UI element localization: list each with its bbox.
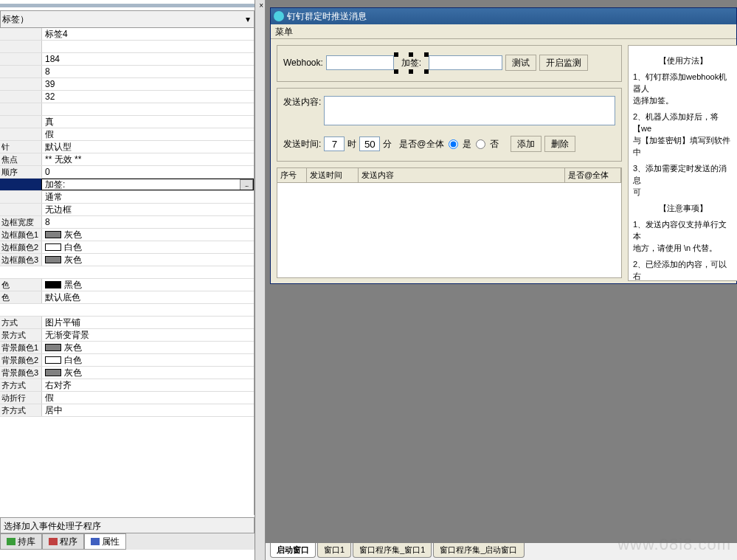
property-row[interactable]: 顺序0 <box>0 166 254 179</box>
property-row[interactable]: 通常 <box>0 191 254 204</box>
tab-startup-window[interactable]: 启动窗口 <box>270 543 316 558</box>
property-row[interactable]: 背景颜色1灰色 <box>0 342 254 354</box>
property-value[interactable] <box>41 103 254 115</box>
property-value[interactable]: 灰色 <box>41 254 254 266</box>
property-row[interactable]: 针默认型 <box>0 141 254 153</box>
ellipsis-button[interactable]: ... <box>240 179 253 190</box>
property-value[interactable]: 标签4 <box>41 28 254 40</box>
property-row[interactable] <box>0 103 254 116</box>
property-value[interactable]: 真 <box>41 116 254 128</box>
property-row[interactable]: 背景颜色3灰色 <box>0 367 254 379</box>
property-value[interactable]: 灰色 <box>41 367 254 378</box>
property-row[interactable]: 184 <box>0 53 254 66</box>
property-value[interactable]: 8 <box>41 216 254 228</box>
property-value[interactable]: 39 <box>41 78 254 90</box>
property-value[interactable]: 通常 <box>41 191 254 203</box>
property-value[interactable]: 0 <box>41 166 254 178</box>
property-name: 焦点 <box>0 153 41 165</box>
property-value[interactable]: 灰色 <box>41 342 254 353</box>
property-row[interactable]: 假 <box>0 128 254 141</box>
property-row[interactable]: 39 <box>0 78 254 91</box>
property-value[interactable]: ** 无效 ** <box>41 153 254 165</box>
property-value[interactable]: 假 <box>41 392 254 404</box>
content-input[interactable] <box>324 96 615 125</box>
selection-handle[interactable] <box>409 52 413 57</box>
property-row[interactable]: 焦点** 无效 ** <box>0 153 254 166</box>
titlebar[interactable]: 钉钉群定时推送消息 <box>271 8 736 24</box>
tab-procset-startup[interactable]: 窗口程序集_启动窗口 <box>433 543 524 558</box>
property-row[interactable]: 标签4 <box>0 28 254 41</box>
delete-button[interactable]: 删除 <box>544 136 575 152</box>
close-icon[interactable]: × <box>259 1 263 10</box>
selection-handle[interactable] <box>394 69 398 74</box>
property-value[interactable] <box>41 41 254 52</box>
property-row[interactable]: 背景颜色2白色 <box>0 354 254 367</box>
tab-window1[interactable]: 窗口1 <box>317 543 351 558</box>
selection-handle[interactable] <box>394 52 398 57</box>
properties-panel: 标签） ▾ 标签418483932真假针默认型焦点** 无效 **顺序0加签:.… <box>0 0 255 560</box>
property-value[interactable]: 居中 <box>41 404 254 416</box>
property-value[interactable]: 假 <box>41 128 254 140</box>
property-row[interactable]: 真 <box>0 116 254 128</box>
property-row[interactable]: 无边框 <box>0 204 254 216</box>
property-value[interactable]: 184 <box>41 53 254 65</box>
property-value[interactable]: 无渐变背景 <box>41 329 254 341</box>
property-row[interactable]: 动折行假 <box>0 392 254 404</box>
property-value[interactable]: 默认底色 <box>41 291 254 303</box>
property-value[interactable]: 黑色 <box>41 279 254 291</box>
property-grid[interactable]: 标签418483932真假针默认型焦点** 无效 **顺序0加签:...通常无边… <box>0 28 255 515</box>
start-monitor-button[interactable]: 开启监测 <box>539 55 588 71</box>
webhook-group: Webhook: 加签: 测试 开启监测 <box>277 45 622 82</box>
property-value[interactable]: 图片平铺 <box>41 317 254 328</box>
property-value[interactable]: 白色 <box>41 354 254 366</box>
webhook-input[interactable] <box>326 55 394 70</box>
property-row[interactable]: 加签:... <box>0 179 254 191</box>
splitter[interactable]: × <box>255 0 266 560</box>
test-button[interactable]: 测试 <box>505 55 536 71</box>
col-content: 发送内容 <box>359 168 565 182</box>
tab-properties[interactable]: 属性 <box>84 533 126 550</box>
sign-input[interactable] <box>429 55 502 70</box>
dropdown-icon[interactable]: ▾ <box>242 14 254 24</box>
property-row[interactable]: 色黑色 <box>0 279 254 291</box>
radio-yes[interactable] <box>449 139 458 149</box>
property-row[interactable]: 边框颜色2白色 <box>0 241 254 254</box>
atall-label: 是否@全体 <box>399 138 443 151</box>
property-row[interactable]: 边框颜色3灰色 <box>0 254 254 266</box>
tab-procset-window1[interactable]: 窗口程序集_窗口1 <box>353 543 432 558</box>
property-row[interactable]: 方式图片平铺 <box>0 317 254 329</box>
tab-program[interactable]: 程序 <box>42 533 84 550</box>
selection-handle[interactable] <box>424 69 429 74</box>
property-value[interactable]: 8 <box>41 66 254 77</box>
property-row[interactable]: 齐方式右对齐 <box>0 379 254 392</box>
property-value[interactable]: 32 <box>41 91 254 103</box>
hour-input[interactable] <box>324 136 345 151</box>
property-name <box>0 66 41 77</box>
property-value[interactable]: 默认型 <box>41 141 254 153</box>
property-row[interactable]: 边框颜色1灰色 <box>0 229 254 241</box>
schedule-grid[interactable]: 序号 发送时间 发送内容 是否@全体 <box>277 167 622 278</box>
property-value[interactable]: 右对齐 <box>41 379 254 391</box>
property-row[interactable]: 8 <box>0 66 254 78</box>
panel-grip[interactable] <box>0 4 255 7</box>
property-value[interactable]: 白色 <box>41 241 254 253</box>
property-row[interactable]: 32 <box>0 91 254 103</box>
property-value[interactable]: 无边框 <box>41 204 254 215</box>
selection-handle[interactable] <box>409 69 413 74</box>
menubar[interactable]: 菜单 <box>271 24 736 39</box>
window-title: 钉钉群定时推送消息 <box>287 10 367 23</box>
property-row[interactable] <box>0 41 254 53</box>
property-value[interactable]: 灰色 <box>41 229 254 241</box>
property-row[interactable]: 边框宽度8 <box>0 216 254 229</box>
minute-input[interactable] <box>359 136 380 151</box>
radio-no[interactable] <box>476 139 485 149</box>
tab-library[interactable]: 持库 <box>0 533 42 550</box>
property-row[interactable]: 齐方式居中 <box>0 404 254 417</box>
property-value[interactable]: 加签:... <box>41 179 254 190</box>
selection-handle[interactable] <box>424 52 429 57</box>
property-name <box>0 128 41 140</box>
add-button[interactable]: 添加 <box>511 136 541 152</box>
panel-title: 标签） <box>1 13 242 26</box>
property-row[interactable]: 色默认底色 <box>0 291 254 304</box>
property-row[interactable]: 景方式无渐变背景 <box>0 329 254 342</box>
